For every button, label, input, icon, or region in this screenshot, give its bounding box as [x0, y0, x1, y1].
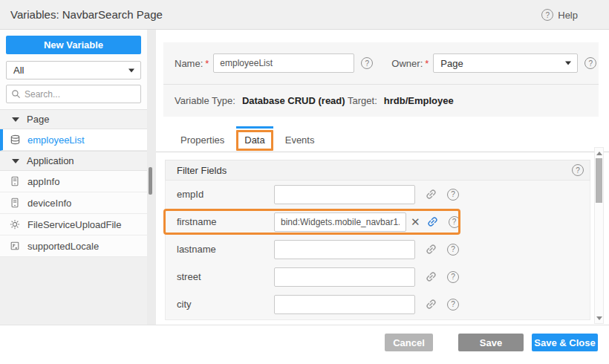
field-label: city	[177, 299, 274, 310]
help-icon	[541, 9, 553, 21]
help-label: Help	[558, 10, 578, 21]
variable-search	[6, 85, 141, 103]
variables-sidebar: New Variable All Page employeeList	[0, 30, 147, 325]
bind-link-icon[interactable]	[425, 243, 437, 256]
search-icon	[11, 89, 21, 99]
filter-fields-section: Filter Fields empId firstname	[165, 160, 590, 320]
filter-row-street: street	[166, 263, 590, 290]
field-help-icon[interactable]	[447, 299, 459, 311]
name-input[interactable]	[213, 53, 354, 73]
dialog-footer: Cancel Save Save & Close	[0, 325, 609, 364]
tab-data[interactable]: Data	[236, 130, 273, 151]
empid-input[interactable]	[274, 185, 415, 204]
filter-row-city: city	[166, 290, 590, 318]
variable-type-label: Variable Type:	[175, 95, 235, 106]
sidebar-item-label: FileServiceUploadFile	[27, 219, 121, 230]
sidebar-item-label: appInfo	[27, 176, 59, 187]
data-tab-content: Filter Fields empId firstname	[156, 152, 609, 325]
field-label: street	[177, 271, 274, 282]
field-help-icon[interactable]	[447, 244, 459, 256]
locale-icon	[10, 241, 21, 252]
new-variable-button[interactable]: New Variable	[6, 36, 141, 54]
bind-link-icon[interactable]	[425, 188, 437, 201]
clear-binding-icon[interactable]	[411, 216, 420, 227]
page-title: Variables: NavbarSearch Page	[0, 8, 163, 21]
sidebar-item-supportedlocale[interactable]: supportedLocale	[0, 235, 147, 257]
variable-filter-value: All	[13, 65, 24, 76]
field-help-icon[interactable]	[447, 189, 459, 201]
name-owner-row: Name: * Owner: * Page	[163, 42, 599, 85]
filter-row-firstname: firstname	[166, 208, 590, 235]
collapse-triangle-icon	[12, 117, 19, 122]
content-scrollbar[interactable]	[594, 147, 604, 324]
group-page[interactable]: Page	[0, 109, 147, 129]
owner-group: Owner: * Page	[391, 53, 596, 73]
group-application[interactable]: Application	[0, 151, 147, 171]
required-marker: *	[205, 58, 209, 69]
sidebar-item-label: deviceInfo	[27, 198, 71, 209]
help-button[interactable]: Help	[541, 0, 578, 30]
scroll-up-arrow[interactable]	[595, 149, 603, 157]
street-input[interactable]	[274, 267, 415, 287]
sidebar-scrollbar[interactable]	[147, 30, 156, 325]
lastname-input[interactable]	[274, 240, 415, 259]
owner-label: Owner:	[391, 58, 423, 69]
device-icon	[10, 176, 21, 187]
sidebar-controls: New Variable All	[0, 30, 147, 109]
service-gear-icon	[10, 219, 21, 230]
name-label: Name:	[175, 58, 203, 69]
owner-help-icon[interactable]	[584, 57, 596, 69]
device-icon	[10, 198, 21, 209]
name-help-icon[interactable]	[361, 57, 373, 69]
section-title: Filter Fields	[177, 165, 227, 176]
cancel-button[interactable]: Cancel	[385, 334, 433, 351]
save-and-close-button[interactable]: Save & Close	[532, 334, 598, 351]
sidebar-item-label: employeeList	[27, 134, 85, 146]
variables-dialog: Variables: NavbarSearch Page Help New Va…	[0, 0, 609, 364]
detail-tabs: Properties Data Events	[156, 128, 609, 152]
sidebar-item-employeelist[interactable]: employeeList	[0, 129, 147, 151]
target-value: hrdb/Employee	[384, 95, 454, 106]
variable-list: Page employeeList Application appInfo	[0, 109, 147, 257]
bind-link-icon[interactable]	[425, 298, 437, 311]
variable-info-panel: Name: * Owner: * Page Variable Type: Dat…	[163, 42, 599, 117]
owner-select[interactable]: Page	[433, 53, 578, 73]
group-label: Page	[27, 114, 49, 125]
field-help-icon[interactable]	[447, 271, 459, 283]
footer-buttons: Cancel Save Save & Close	[385, 334, 598, 351]
save-button[interactable]: Save	[458, 334, 524, 351]
filter-fields-header: Filter Fields	[165, 160, 590, 181]
scroll-down-arrow[interactable]	[595, 313, 603, 322]
bind-link-icon-active[interactable]	[426, 215, 439, 228]
field-label: firstname	[177, 216, 274, 227]
field-label: lastname	[177, 244, 274, 255]
filter-row-empid: empId	[166, 181, 590, 208]
variable-detail-panel: Name: * Owner: * Page Variable Type: Dat…	[156, 30, 609, 325]
sidebar-item-appinfo[interactable]: appInfo	[0, 171, 147, 192]
filter-row-lastname: lastname	[166, 235, 590, 263]
type-target-row: Variable Type: Database CRUD (read) Targ…	[163, 85, 599, 116]
variable-type-value: Database CRUD (read)	[242, 95, 345, 106]
chevron-down-icon	[565, 62, 571, 65]
required-marker: *	[425, 58, 429, 69]
city-input[interactable]	[274, 295, 415, 314]
target-label: Target:	[348, 95, 377, 106]
search-input[interactable]	[25, 89, 136, 100]
tab-events[interactable]: Events	[277, 130, 323, 152]
filter-fields-body: empId firstname lastname	[165, 181, 590, 320]
content-scrollbar-thumb[interactable]	[596, 158, 602, 203]
dialog-header: Variables: NavbarSearch Page Help	[0, 0, 609, 30]
sidebar-item-label: supportedLocale	[27, 241, 99, 252]
sidebar-item-fileserviceuploadfile[interactable]: FileServiceUploadFile	[0, 214, 147, 235]
target-group: Target: hrdb/Employee	[348, 95, 454, 106]
tab-properties[interactable]: Properties	[172, 130, 232, 152]
filter-fields-help-icon[interactable]	[572, 164, 584, 176]
firstname-input[interactable]	[274, 212, 406, 232]
field-help-icon[interactable]	[449, 216, 460, 228]
bind-link-icon[interactable]	[425, 270, 437, 283]
sidebar-scrollbar-thumb[interactable]	[149, 167, 152, 195]
group-label: Application	[27, 155, 74, 166]
owner-value: Page	[440, 58, 463, 69]
sidebar-item-deviceinfo[interactable]: deviceInfo	[0, 192, 147, 214]
variable-filter-select[interactable]: All	[6, 61, 141, 79]
